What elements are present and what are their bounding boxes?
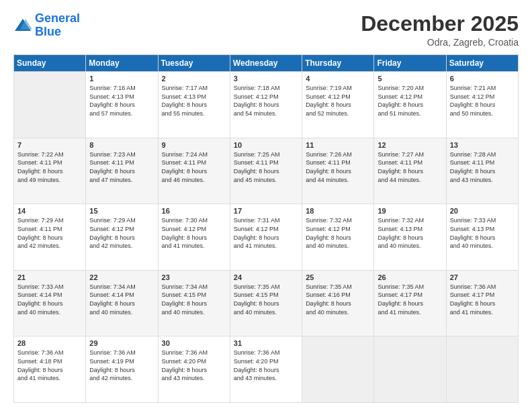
day-info: Sunrise: 7:19 AM Sunset: 4:12 PM Dayligh…	[306, 84, 370, 118]
calendar-cell: 10Sunrise: 7:25 AM Sunset: 4:11 PM Dayli…	[230, 138, 302, 204]
day-number: 18	[306, 207, 370, 215]
day-info: Sunrise: 7:35 AM Sunset: 4:16 PM Dayligh…	[306, 283, 370, 316]
logo: General Blue	[13, 12, 80, 39]
logo-text: General Blue	[35, 12, 80, 39]
day-number: 29	[89, 339, 154, 347]
day-number: 19	[378, 207, 442, 215]
weekday-header-sunday: Sunday	[14, 55, 86, 72]
calendar-cell: 21Sunrise: 7:33 AM Sunset: 4:14 PM Dayli…	[14, 270, 86, 336]
day-info: Sunrise: 7:32 AM Sunset: 4:12 PM Dayligh…	[306, 216, 370, 250]
day-info: Sunrise: 7:36 AM Sunset: 4:20 PM Dayligh…	[162, 349, 226, 382]
logo-line1: General	[35, 11, 80, 25]
day-info: Sunrise: 7:29 AM Sunset: 4:11 PM Dayligh…	[17, 216, 82, 250]
day-info: Sunrise: 7:26 AM Sunset: 4:11 PM Dayligh…	[306, 150, 370, 184]
calendar-cell: 20Sunrise: 7:33 AM Sunset: 4:13 PM Dayli…	[446, 204, 518, 271]
title-block: December 2025 Odra, Zagreb, Croatia	[361, 12, 519, 48]
calendar-table: SundayMondayTuesdayWednesdayThursdayFrid…	[13, 54, 519, 403]
day-info: Sunrise: 7:36 AM Sunset: 4:17 PM Dayligh…	[450, 283, 515, 316]
day-info: Sunrise: 7:34 AM Sunset: 4:14 PM Dayligh…	[89, 283, 154, 316]
calendar-week-5: 28Sunrise: 7:36 AM Sunset: 4:18 PM Dayli…	[14, 336, 519, 403]
calendar-cell	[302, 336, 374, 403]
day-number: 26	[378, 273, 442, 281]
calendar-cell: 24Sunrise: 7:35 AM Sunset: 4:15 PM Dayli…	[230, 270, 302, 336]
calendar-cell: 18Sunrise: 7:32 AM Sunset: 4:12 PM Dayli…	[302, 204, 374, 271]
weekday-header-friday: Friday	[374, 55, 446, 72]
calendar-cell: 14Sunrise: 7:29 AM Sunset: 4:11 PM Dayli…	[14, 204, 86, 271]
day-info: Sunrise: 7:23 AM Sunset: 4:11 PM Dayligh…	[89, 150, 154, 184]
calendar-cell: 31Sunrise: 7:36 AM Sunset: 4:20 PM Dayli…	[230, 336, 302, 403]
day-number: 4	[306, 75, 370, 83]
weekday-header-monday: Monday	[86, 55, 158, 72]
location: Odra, Zagreb, Croatia	[361, 37, 519, 48]
calendar-cell: 11Sunrise: 7:26 AM Sunset: 4:11 PM Dayli…	[302, 138, 374, 204]
calendar-cell: 8Sunrise: 7:23 AM Sunset: 4:11 PM Daylig…	[86, 138, 158, 204]
day-info: Sunrise: 7:22 AM Sunset: 4:11 PM Dayligh…	[17, 150, 82, 184]
logo-line2: Blue	[35, 25, 61, 38]
day-number: 2	[162, 75, 226, 83]
day-number: 31	[234, 339, 298, 347]
weekday-header-thursday: Thursday	[302, 55, 374, 72]
day-info: Sunrise: 7:25 AM Sunset: 4:11 PM Dayligh…	[234, 150, 298, 184]
day-number: 24	[234, 273, 298, 281]
day-number: 6	[450, 75, 515, 83]
day-info: Sunrise: 7:29 AM Sunset: 4:12 PM Dayligh…	[89, 216, 154, 250]
day-info: Sunrise: 7:31 AM Sunset: 4:12 PM Dayligh…	[234, 216, 298, 250]
calendar-cell: 13Sunrise: 7:28 AM Sunset: 4:11 PM Dayli…	[446, 138, 518, 204]
day-number: 7	[17, 141, 82, 149]
calendar-cell: 25Sunrise: 7:35 AM Sunset: 4:16 PM Dayli…	[302, 270, 374, 336]
logo-icon	[13, 16, 32, 35]
day-info: Sunrise: 7:32 AM Sunset: 4:13 PM Dayligh…	[378, 216, 442, 250]
day-info: Sunrise: 7:34 AM Sunset: 4:15 PM Dayligh…	[162, 283, 226, 316]
calendar-cell	[14, 72, 86, 138]
calendar-cell: 1Sunrise: 7:16 AM Sunset: 4:13 PM Daylig…	[86, 72, 158, 138]
calendar-cell: 3Sunrise: 7:18 AM Sunset: 4:12 PM Daylig…	[230, 72, 302, 138]
calendar-cell: 19Sunrise: 7:32 AM Sunset: 4:13 PM Dayli…	[374, 204, 446, 271]
day-number: 9	[162, 141, 226, 149]
day-number: 5	[378, 75, 442, 83]
day-info: Sunrise: 7:35 AM Sunset: 4:17 PM Dayligh…	[378, 283, 442, 316]
day-number: 10	[234, 141, 298, 149]
day-number: 27	[450, 273, 515, 281]
day-number: 1	[89, 75, 154, 83]
calendar-cell: 2Sunrise: 7:17 AM Sunset: 4:13 PM Daylig…	[158, 72, 230, 138]
day-info: Sunrise: 7:17 AM Sunset: 4:13 PM Dayligh…	[162, 84, 226, 118]
day-number: 25	[306, 273, 370, 281]
weekday-header-wednesday: Wednesday	[230, 55, 302, 72]
calendar-cell: 16Sunrise: 7:30 AM Sunset: 4:12 PM Dayli…	[158, 204, 230, 271]
calendar-week-3: 14Sunrise: 7:29 AM Sunset: 4:11 PM Dayli…	[14, 204, 519, 271]
calendar-cell: 17Sunrise: 7:31 AM Sunset: 4:12 PM Dayli…	[230, 204, 302, 271]
calendar-week-1: 1Sunrise: 7:16 AM Sunset: 4:13 PM Daylig…	[14, 72, 519, 138]
day-number: 11	[306, 141, 370, 149]
calendar-cell: 23Sunrise: 7:34 AM Sunset: 4:15 PM Dayli…	[158, 270, 230, 336]
month-title: December 2025	[361, 12, 519, 36]
calendar-cell	[446, 336, 518, 403]
day-number: 16	[162, 207, 226, 215]
day-number: 22	[89, 273, 154, 281]
day-info: Sunrise: 7:36 AM Sunset: 4:19 PM Dayligh…	[89, 349, 154, 382]
day-info: Sunrise: 7:18 AM Sunset: 4:12 PM Dayligh…	[234, 84, 298, 118]
day-info: Sunrise: 7:21 AM Sunset: 4:12 PM Dayligh…	[450, 84, 515, 118]
day-info: Sunrise: 7:27 AM Sunset: 4:11 PM Dayligh…	[378, 150, 442, 184]
day-number: 15	[89, 207, 154, 215]
day-number: 17	[234, 207, 298, 215]
calendar-cell	[374, 336, 446, 403]
day-info: Sunrise: 7:28 AM Sunset: 4:11 PM Dayligh…	[450, 150, 515, 184]
day-info: Sunrise: 7:33 AM Sunset: 4:13 PM Dayligh…	[450, 216, 515, 250]
day-info: Sunrise: 7:20 AM Sunset: 4:12 PM Dayligh…	[378, 84, 442, 118]
calendar-cell: 27Sunrise: 7:36 AM Sunset: 4:17 PM Dayli…	[446, 270, 518, 336]
calendar-cell: 15Sunrise: 7:29 AM Sunset: 4:12 PM Dayli…	[86, 204, 158, 271]
calendar-cell: 7Sunrise: 7:22 AM Sunset: 4:11 PM Daylig…	[14, 138, 86, 204]
day-info: Sunrise: 7:24 AM Sunset: 4:11 PM Dayligh…	[162, 150, 226, 184]
day-info: Sunrise: 7:35 AM Sunset: 4:15 PM Dayligh…	[234, 283, 298, 316]
calendar-cell: 5Sunrise: 7:20 AM Sunset: 4:12 PM Daylig…	[374, 72, 446, 138]
calendar-cell: 30Sunrise: 7:36 AM Sunset: 4:20 PM Dayli…	[158, 336, 230, 403]
day-info: Sunrise: 7:36 AM Sunset: 4:18 PM Dayligh…	[17, 349, 82, 382]
calendar-week-4: 21Sunrise: 7:33 AM Sunset: 4:14 PM Dayli…	[14, 270, 519, 336]
weekday-header-tuesday: Tuesday	[158, 55, 230, 72]
weekday-header-saturday: Saturday	[446, 55, 518, 72]
calendar-cell: 4Sunrise: 7:19 AM Sunset: 4:12 PM Daylig…	[302, 72, 374, 138]
day-info: Sunrise: 7:36 AM Sunset: 4:20 PM Dayligh…	[234, 349, 298, 382]
day-number: 13	[450, 141, 515, 149]
day-number: 14	[17, 207, 82, 215]
calendar-cell: 9Sunrise: 7:24 AM Sunset: 4:11 PM Daylig…	[158, 138, 230, 204]
